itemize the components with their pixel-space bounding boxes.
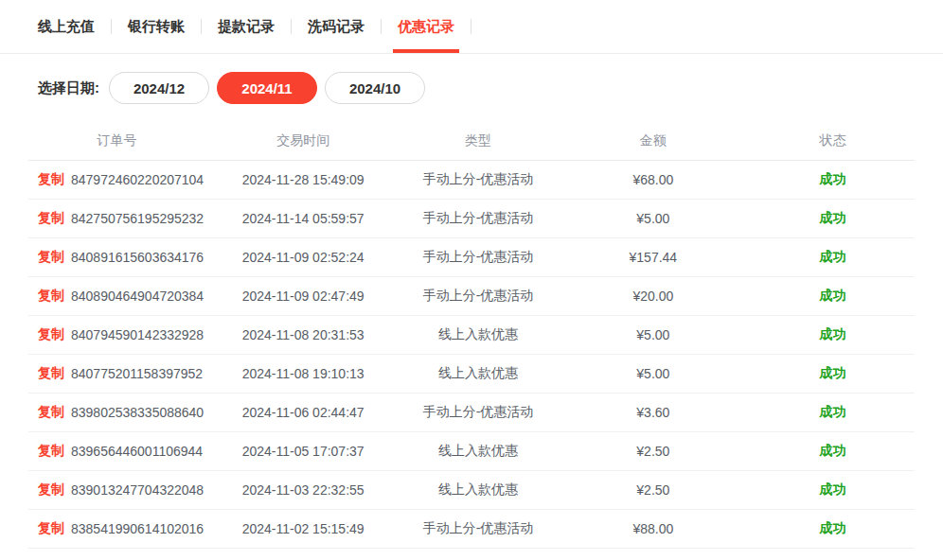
copy-button[interactable]: 复制: [38, 210, 64, 227]
transaction-time: 2024-11-08 19:10:13: [205, 366, 400, 381]
tab-divider: [291, 19, 292, 34]
status-label: 成功: [751, 481, 915, 499]
order-number: 839802538335088640: [71, 405, 204, 420]
order-number: 840890464904720384: [71, 289, 204, 304]
order-number: 842750756195295232: [71, 211, 204, 226]
status-label: 成功: [751, 520, 915, 537]
transaction-type: 线上入款优惠: [400, 443, 556, 460]
tab-银行转账[interactable]: 银行转账: [128, 0, 185, 53]
transaction-time: 2024-11-02 15:15:49: [205, 521, 400, 536]
copy-button[interactable]: 复制: [38, 365, 64, 382]
order-number: 840891615603634176: [71, 250, 204, 265]
column-header: 金额: [556, 132, 751, 149]
status-label: 成功: [751, 404, 915, 421]
amount: ¥2.50: [556, 482, 751, 498]
amount: ¥5.00: [556, 327, 751, 342]
tab-divider: [201, 19, 202, 34]
date-filter-label: 选择日期:: [38, 79, 99, 97]
status-label: 成功: [751, 210, 915, 227]
transaction-type: 手动上分-优惠活动: [400, 171, 556, 188]
date-filter-row: 选择日期: 2024/12 2024/11 2024/10: [0, 72, 943, 104]
tab-提款记录[interactable]: 提款记录: [218, 0, 275, 53]
column-header: 类型: [400, 132, 556, 149]
table-row: 复制 839013247704322048 2024-11-03 22:32:5…: [28, 471, 915, 510]
amount: ¥2.50: [556, 444, 751, 459]
column-header: 状态: [751, 132, 915, 149]
transaction-type: 手动上分-优惠活动: [400, 288, 556, 305]
order-cell: 复制 840775201158397952: [28, 365, 205, 382]
month-filter-button[interactable]: 2024/11: [217, 72, 317, 104]
tab-洗码记录[interactable]: 洗码记录: [308, 0, 365, 53]
amount: ¥88.00: [556, 521, 751, 536]
order-number: 839656446001106944: [71, 444, 203, 459]
order-cell: 复制 847972460220207104: [28, 171, 205, 188]
status-label: 成功: [751, 326, 915, 343]
transaction-type: 线上入款优惠: [400, 365, 556, 382]
table-row: 复制 842750756195295232 2024-11-14 05:59:5…: [28, 200, 915, 238]
records-table: 订单号 交易时间 类型 金额 状态 复制 847972460220207104 …: [28, 121, 915, 549]
amount: ¥5.00: [556, 366, 751, 381]
transaction-time: 2024-11-28 15:49:09: [205, 172, 400, 187]
transaction-type: 手动上分-优惠活动: [400, 520, 556, 537]
tab-divider: [111, 19, 112, 34]
table-row: 复制 840891615603634176 2024-11-09 02:52:2…: [28, 238, 915, 277]
month-filter-button[interactable]: 2024/10: [325, 72, 425, 104]
order-cell: 复制 840891615603634176: [28, 249, 205, 266]
status-label: 成功: [751, 249, 915, 266]
status-label: 成功: [751, 171, 915, 188]
transaction-type: 线上入款优惠: [400, 326, 556, 343]
status-label: 成功: [751, 443, 915, 460]
amount: ¥3.60: [556, 405, 751, 420]
transaction-time: 2024-11-03 22:32:55: [205, 482, 400, 498]
amount: ¥5.00: [556, 211, 751, 226]
transaction-time: 2024-11-09 02:52:24: [205, 250, 400, 265]
transaction-type: 手动上分-优惠活动: [400, 210, 556, 227]
order-cell: 复制 838541990614102016: [28, 520, 205, 537]
amount: ¥68.00: [556, 172, 751, 187]
transaction-time: 2024-11-08 20:31:53: [205, 327, 400, 342]
order-cell: 复制 840890464904720384: [28, 288, 205, 305]
table-row: 复制 839656446001106944 2024-11-05 17:07:3…: [28, 432, 915, 471]
order-number: 838541990614102016: [71, 521, 204, 536]
table-row: 复制 838541990614102016 2024-11-02 15:15:4…: [28, 510, 915, 549]
tab-线上充值[interactable]: 线上充值: [38, 0, 95, 53]
order-cell: 复制 839013247704322048: [28, 481, 205, 499]
copy-button[interactable]: 复制: [38, 520, 64, 537]
copy-button[interactable]: 复制: [38, 443, 64, 460]
table-row: 复制 847972460220207104 2024-11-28 15:49:0…: [28, 161, 915, 200]
column-header: 交易时间: [205, 132, 400, 149]
copy-button[interactable]: 复制: [38, 171, 64, 188]
table-row: 复制 840775201158397952 2024-11-08 19:10:1…: [28, 355, 915, 394]
transaction-time: 2024-11-09 02:47:49: [205, 289, 400, 304]
month-filter-button[interactable]: 2024/12: [109, 72, 209, 104]
column-header: 订单号: [28, 132, 205, 149]
order-cell: 复制 839802538335088640: [28, 404, 205, 421]
copy-button[interactable]: 复制: [38, 249, 64, 266]
amount: ¥157.44: [556, 250, 751, 265]
status-label: 成功: [751, 365, 915, 382]
transaction-time: 2024-11-05 17:07:37: [205, 444, 400, 459]
tab-divider: [381, 19, 382, 34]
order-number: 840794590142332928: [71, 327, 204, 342]
order-cell: 复制 840794590142332928: [28, 326, 205, 343]
tab-优惠记录[interactable]: 优惠记录: [398, 0, 454, 53]
table-header-row: 订单号 交易时间 类型 金额 状态: [28, 121, 915, 161]
records-tab-bar: 线上充值 银行转账 提款记录 洗码记录 优惠记录: [0, 0, 943, 54]
transaction-type: 手动上分-优惠活动: [400, 249, 556, 266]
table-row: 复制 840794590142332928 2024-11-08 20:31:5…: [28, 316, 915, 355]
order-number: 839013247704322048: [71, 482, 204, 498]
copy-button[interactable]: 复制: [38, 404, 64, 421]
order-cell: 复制 839656446001106944: [28, 443, 205, 460]
tab-divider: [471, 19, 472, 34]
transaction-type: 线上入款优惠: [400, 481, 556, 499]
order-number: 847972460220207104: [71, 172, 204, 187]
copy-button[interactable]: 复制: [38, 481, 64, 499]
copy-button[interactable]: 复制: [38, 326, 64, 343]
table-row: 复制 839802538335088640 2024-11-06 02:44:4…: [28, 394, 915, 432]
table-row: 复制 840890464904720384 2024-11-09 02:47:4…: [28, 277, 915, 316]
copy-button[interactable]: 复制: [38, 288, 64, 305]
order-number: 840775201158397952: [71, 366, 203, 381]
transaction-type: 手动上分-优惠活动: [400, 404, 556, 421]
amount: ¥20.00: [556, 289, 751, 304]
transaction-time: 2024-11-14 05:59:57: [205, 211, 400, 226]
